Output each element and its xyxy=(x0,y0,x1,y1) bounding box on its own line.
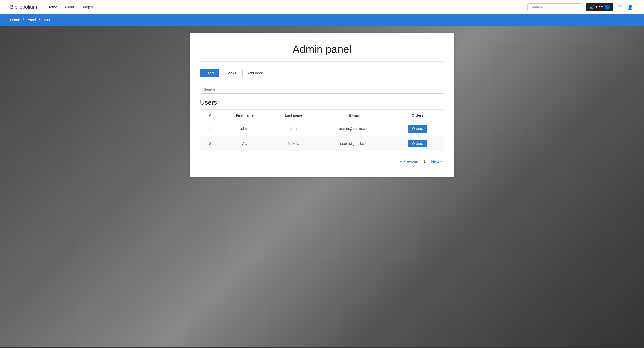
pagination-page1: 1 xyxy=(422,158,428,164)
col-first-name: First name xyxy=(220,110,270,121)
admin-title: Admin panel xyxy=(200,43,444,62)
row1-orders-cell: Orders xyxy=(391,121,444,136)
tab-add-book[interactable]: Add book xyxy=(242,69,268,77)
page-background: Admin panel Users Books Add book Users #… xyxy=(0,26,644,347)
breadcrumb-sep2: / xyxy=(39,18,40,22)
breadcrumb-panel[interactable]: Panel xyxy=(26,18,36,22)
row2-orders-cell: Orders xyxy=(391,136,444,151)
col-email: E-mail xyxy=(318,110,391,121)
tab-users[interactable]: Users xyxy=(200,69,219,77)
nav-home[interactable]: Home xyxy=(47,5,57,9)
search-input[interactable] xyxy=(527,3,583,11)
table-head: # First name Last name E-mail Orders xyxy=(200,110,444,121)
admin-card: Admin panel Users Books Add book Users #… xyxy=(190,33,454,177)
table-header-row: # First name Last name E-mail Orders xyxy=(200,110,444,121)
heart-icon: ♡ xyxy=(618,5,622,10)
table-row: 1 admin admin admin@admin.com Orders xyxy=(200,121,444,136)
pagination-next[interactable]: Next » xyxy=(429,158,444,164)
breadcrumb-sep1: / xyxy=(23,18,24,22)
table-body: 1 admin admin admin@admin.com Orders 2 A… xyxy=(200,121,444,151)
row2-orders-button[interactable]: Orders xyxy=(408,140,428,147)
navbar-right: 🛒 Cart 3 ♡ 👤 xyxy=(527,3,634,11)
breadcrumb-users[interactable]: Users xyxy=(43,18,52,22)
tab-buttons: Users Books Add book xyxy=(200,69,444,77)
pagination: « Previous 1 Next » xyxy=(200,158,444,164)
table-row: 2 Ala Makota user1@gmail.com Orders xyxy=(200,136,444,151)
users-heading: Users xyxy=(200,99,444,110)
user-button[interactable]: 👤 xyxy=(626,3,634,11)
cart-button[interactable]: 🛒 Cart 3 xyxy=(586,3,613,11)
user-icon: 👤 xyxy=(627,5,633,10)
pagination-previous[interactable]: « Previous xyxy=(398,158,420,164)
col-last-name: Last name xyxy=(269,110,318,121)
row1-email: admin@admin.com xyxy=(318,121,391,136)
table-search-input[interactable] xyxy=(200,85,444,94)
cart-badge: 3 xyxy=(605,5,610,10)
row1-first-name: admin xyxy=(220,121,270,136)
navbar: Bibliopolium Home About Shop ▾ 🛒 Cart 3 … xyxy=(0,0,644,14)
cart-label: Cart xyxy=(596,5,603,9)
nav-links: Home About Shop ▾ xyxy=(47,5,527,9)
nav-shop[interactable]: Shop ▾ xyxy=(81,5,93,9)
breadcrumb-bar: Home / Panel / Users xyxy=(0,14,644,26)
row2-first-name: Ala xyxy=(220,136,270,151)
wishlist-button[interactable]: ♡ xyxy=(617,3,623,11)
brand-name: Bibliopolium xyxy=(10,4,37,10)
tab-books[interactable]: Books xyxy=(221,69,241,77)
row2-num: 2 xyxy=(200,136,220,151)
row1-orders-button[interactable]: Orders xyxy=(408,125,428,133)
nav-about[interactable]: About xyxy=(64,5,74,9)
col-number: # xyxy=(200,110,220,121)
row1-last-name: admin xyxy=(269,121,318,136)
users-table: # First name Last name E-mail Orders 1 a… xyxy=(200,110,444,151)
col-orders: Orders xyxy=(391,110,444,121)
row1-num: 1 xyxy=(200,121,220,136)
row2-email: user1@gmail.com xyxy=(318,136,391,151)
cart-icon: 🛒 xyxy=(590,5,594,9)
breadcrumb-home[interactable]: Home xyxy=(10,18,20,22)
row2-last-name: Makota xyxy=(269,136,318,151)
